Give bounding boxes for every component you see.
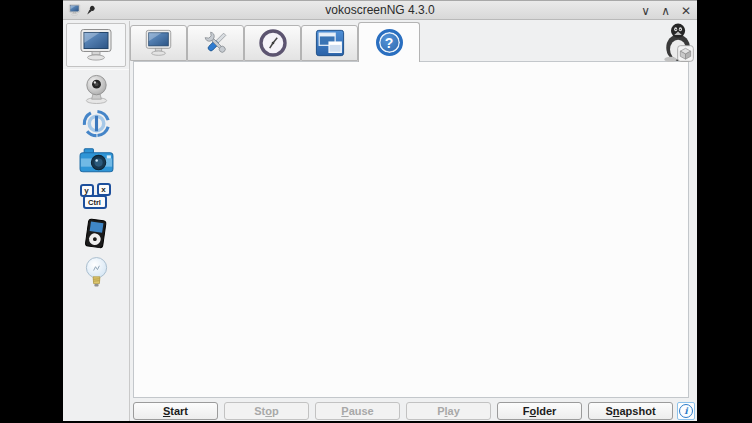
keycap-ctrl: Ctrl [83, 195, 107, 209]
tab-screen[interactable] [130, 25, 187, 61]
play-button[interactable]: Play [406, 402, 491, 420]
screen-tab-icon [143, 29, 174, 57]
package-badge-icon [677, 45, 694, 62]
stop-button[interactable]: Stop [224, 402, 309, 420]
sidebar-item-player[interactable] [63, 218, 130, 251]
tab-help[interactable]: ? [358, 22, 420, 62]
help-panel [133, 61, 689, 398]
lightbulb-icon [83, 255, 110, 290]
help-icon: ? [376, 29, 403, 56]
screen-icon [77, 28, 115, 62]
titlebar[interactable]: vokoscreenNG 4.3.0 ∨ ∧ ✕ [63, 0, 697, 20]
info-icon: i [679, 404, 693, 418]
screen: vokoscreenNG 4.3.0 ∨ ∧ ✕ [0, 0, 752, 423]
tab-timer[interactable] [244, 25, 301, 61]
sidebar-item-stop[interactable] [63, 108, 130, 139]
info-button[interactable]: i [677, 402, 695, 420]
folder-button[interactable]: Folder [497, 402, 582, 420]
clock-icon [258, 28, 288, 58]
window-capture-icon [315, 28, 345, 58]
window-controls: ∨ ∧ ✕ [641, 1, 691, 21]
snapshot-button[interactable]: Snapshot [588, 402, 673, 420]
sidebar-item-webcam[interactable] [63, 73, 130, 104]
maximize-button[interactable]: ∧ [661, 1, 670, 21]
close-button[interactable]: ✕ [681, 1, 691, 21]
start-button[interactable]: Start [133, 402, 218, 420]
webcam-icon [80, 73, 113, 104]
media-player-icon [82, 218, 111, 251]
tab-tools[interactable] [187, 25, 244, 61]
sidebar-separator [63, 69, 129, 70]
tools-icon [201, 28, 231, 58]
camera-icon [78, 145, 115, 176]
app-window: vokoscreenNG 4.3.0 ∨ ∧ ✕ [63, 0, 697, 421]
stop-ring-icon [81, 108, 112, 139]
sidebar-item-halo[interactable] [63, 255, 130, 290]
sidebar: y x Ctrl [63, 21, 130, 421]
sidebar-item-camera[interactable] [63, 145, 130, 176]
tab-window[interactable] [301, 25, 358, 61]
window-title: vokoscreenNG 4.3.0 [63, 3, 697, 17]
sidebar-item-showkeys[interactable]: y x Ctrl [63, 184, 130, 214]
pause-button[interactable]: Pause [315, 402, 400, 420]
minimize-button[interactable]: ∨ [641, 1, 650, 21]
keyboard-keys-icon: y x Ctrl [77, 184, 117, 214]
sidebar-item-screen[interactable] [66, 23, 126, 67]
